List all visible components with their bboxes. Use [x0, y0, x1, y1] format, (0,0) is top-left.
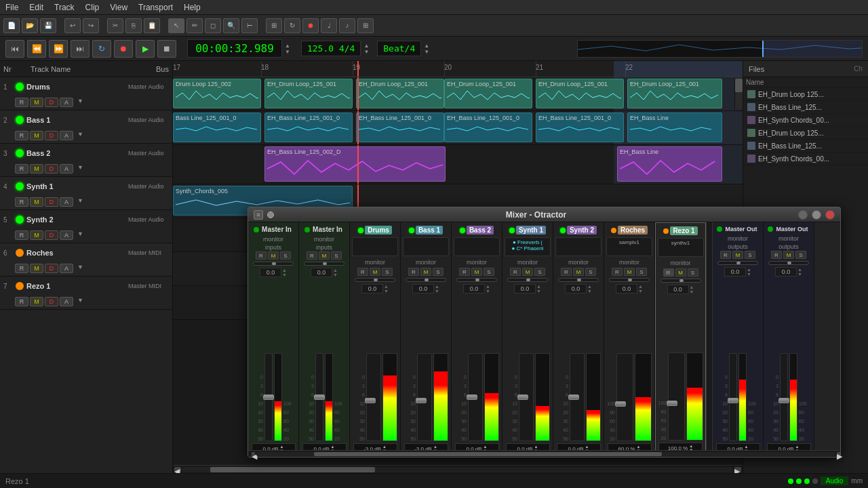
clip-bass1-6[interactable]: EH_Bass Line	[627, 113, 722, 142]
time-arrows[interactable]: ▲▼	[285, 43, 290, 55]
clip-bass1-3[interactable]: EH_Bass Line_125_001_0	[356, 113, 444, 142]
btn-r-rezo1[interactable]: R	[15, 297, 28, 306]
fader-knob-synth1[interactable]	[517, 394, 528, 400]
btn-a-synth1[interactable]: A	[60, 197, 73, 207]
btn-m-bass1[interactable]: M	[30, 131, 43, 140]
ch-pan-synth1[interactable]	[507, 278, 548, 282]
fader-track-synth1[interactable]	[519, 353, 534, 441]
menu-clip[interactable]: Clip	[80, 1, 105, 14]
file-item-6[interactable]: EH_Synth Chords_00...	[743, 152, 868, 165]
btn-a-rezo1[interactable]: A	[60, 297, 73, 306]
ch-vol-arrows-synth2[interactable]: ▲▼	[587, 284, 592, 293]
ch-pan-bass1[interactable]	[406, 278, 446, 282]
btn-m-synth2[interactable]: M	[30, 230, 43, 240]
ch-btn-r-bass1[interactable]: R	[408, 268, 419, 276]
fader-track-drums[interactable]	[366, 353, 381, 441]
mixer-scroll-left[interactable]: ◀	[252, 452, 255, 456]
ch-vol-arrows-synth1[interactable]: ▲▼	[536, 284, 541, 293]
btn-m-drums[interactable]: M	[30, 98, 43, 107]
ch-btn-m-bass1[interactable]: M	[420, 268, 431, 276]
ch-pan-out-2[interactable]	[768, 261, 809, 265]
ch-btn-r-bass2[interactable]: R	[459, 268, 470, 276]
mixer-maximize-btn[interactable]	[812, 210, 821, 220]
btn-a-synth2[interactable]: A	[60, 230, 73, 240]
ch-pan-bass2[interactable]	[456, 278, 497, 282]
ch-btn-s-synth1[interactable]: S	[534, 268, 545, 276]
fader-knob-synth2[interactable]	[568, 394, 579, 400]
stop-button[interactable]: ⏹	[157, 40, 176, 58]
fader-track-out-2[interactable]	[780, 353, 788, 441]
ch-btn-s-bass1[interactable]: S	[433, 268, 443, 276]
ch-btn-s-out-1[interactable]: S	[745, 251, 755, 259]
metronome-button[interactable]: ♩	[321, 18, 337, 33]
file-item-2[interactable]: EH_Bass Line_125...	[743, 101, 868, 114]
ch-vol-arrows-drums[interactable]: ▲▼	[384, 284, 389, 293]
clip-bass1-4[interactable]: EH_Bass Line_125_001_0	[444, 113, 532, 142]
ch-btn-r-roches[interactable]: R	[612, 268, 623, 276]
btn-m-bass2[interactable]: M	[30, 164, 43, 174]
fader-knob-rezo1[interactable]	[667, 401, 677, 406]
mixer-close-btn[interactable]	[825, 210, 835, 220]
menu-view[interactable]: View	[104, 1, 133, 14]
fader-knob-out-1[interactable]	[728, 398, 738, 403]
bpm-arrows[interactable]: ▲▼	[363, 43, 369, 55]
clip-drums-1[interactable]: Drum Loop 125_002	[173, 79, 261, 108]
clip-bass2-2[interactable]: EH_Bass Line	[617, 146, 722, 182]
record-toggle[interactable]: ⏺	[114, 40, 133, 58]
h-scrollbar-thumb[interactable]	[210, 467, 376, 472]
loop-toggle[interactable]: ↻	[92, 40, 111, 58]
clip-drums-4[interactable]: EH_Drum Loop_125_001	[444, 79, 532, 108]
btn-s-roches[interactable]: D	[45, 264, 58, 273]
btn-m-roches[interactable]: M	[30, 264, 43, 273]
ch-vol-arrows-out-1[interactable]: ▲▼	[747, 267, 751, 277]
ch-btn-m-out-2[interactable]: M	[783, 251, 794, 259]
btn-r-synth1[interactable]: R	[15, 197, 28, 207]
h-scrollbar-track[interactable]	[182, 467, 733, 472]
menu-edit[interactable]: Edit	[24, 1, 49, 14]
ch-btn-m-rezo1[interactable]: M	[675, 268, 686, 277]
h-scrollbar-right[interactable]: ▶	[734, 467, 741, 472]
paste-button[interactable]: 📋	[144, 18, 160, 33]
clip-drums-6[interactable]: EH_Drum Loop_125_001	[627, 79, 722, 108]
fader-knob-out-2[interactable]	[778, 398, 789, 403]
ch-btn-m-bass2[interactable]: M	[471, 268, 482, 276]
grid-button[interactable]: ⊞	[357, 18, 374, 33]
snap-button[interactable]: ⊞	[266, 18, 282, 33]
clip-drums-3[interactable]: EH_Drum Loop_125_001	[356, 79, 444, 108]
file-item-4[interactable]: EH_Drum Loop 125...	[743, 127, 868, 140]
select-tool[interactable]: ↖	[168, 18, 184, 33]
mixer-titlebar[interactable]: ≡ Mixer - Otractor	[248, 207, 840, 222]
ch-btn-r-1[interactable]: R	[256, 251, 267, 260]
ch-vol-arrows-bass2[interactable]: ▲▼	[486, 284, 490, 293]
mixer-hscrollbar[interactable]: ◀ ▶	[248, 450, 840, 457]
btn-s-rezo1[interactable]: D	[45, 297, 58, 306]
ch-btn-s-1[interactable]: S	[280, 251, 291, 260]
ch-btn-s-rezo1[interactable]: S	[688, 268, 698, 277]
fast-forward[interactable]: ⏩	[49, 40, 68, 58]
ch-btn-m-2[interactable]: M	[319, 251, 330, 260]
ch-pan-rezo1[interactable]	[660, 279, 701, 283]
fader-track-2[interactable]	[315, 353, 323, 441]
ch-btn-s-2[interactable]: S	[331, 251, 342, 260]
mixer-menu-btn[interactable]: ≡	[254, 210, 263, 220]
open-button[interactable]: 📂	[22, 18, 38, 33]
ch-btn-r-2[interactable]: R	[307, 251, 317, 260]
ch-btn-s-roches[interactable]: S	[636, 268, 647, 276]
ch-vol-arrows-bass1[interactable]: ▲▼	[435, 284, 439, 293]
ch-btn-s-out-2[interactable]: S	[795, 251, 806, 259]
ch-btn-s-drums[interactable]: S	[382, 268, 393, 276]
btn-r-bass1[interactable]: R	[15, 131, 28, 140]
erase-tool[interactable]: ◻	[205, 18, 221, 33]
ch-pan-out-1[interactable]	[717, 261, 758, 265]
file-item-5[interactable]: EH_Bass Line_125...	[743, 140, 868, 152]
fader-track-bass1[interactable]	[417, 353, 432, 441]
undo-button[interactable]: ↩	[64, 18, 81, 33]
ch-pan-roches[interactable]	[609, 278, 650, 282]
new-button[interactable]: 📄	[3, 18, 20, 33]
save-button[interactable]: 💾	[40, 18, 56, 33]
ch-btn-r-drums[interactable]: R	[357, 268, 368, 276]
forward-to-end[interactable]: ⏭	[71, 40, 90, 58]
btn-s-synth2[interactable]: D	[45, 230, 58, 240]
clip-bass1-5[interactable]: EH_Bass Line_125_001_0	[536, 113, 624, 142]
btn-r-bass2[interactable]: R	[15, 164, 28, 174]
